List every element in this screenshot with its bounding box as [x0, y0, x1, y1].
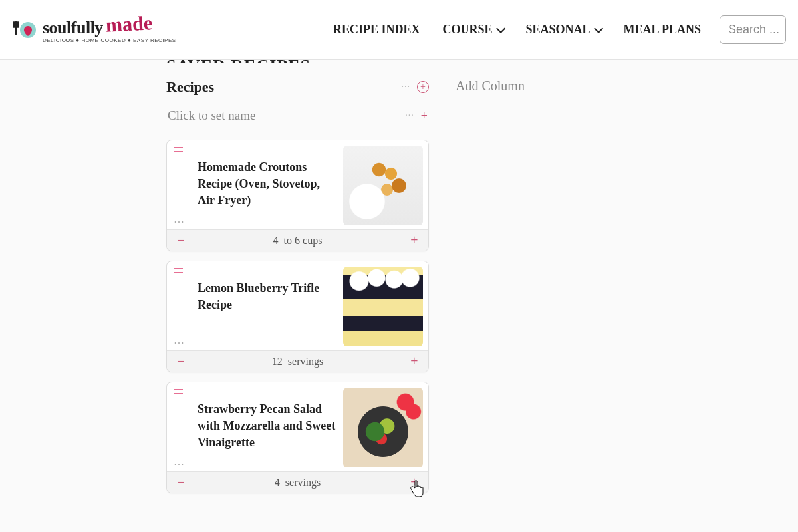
chevron-down-icon — [496, 23, 505, 33]
servings-unit: servings — [288, 356, 323, 367]
recipe-thumbnail[interactable] — [343, 388, 423, 467]
search-box[interactable] — [720, 15, 786, 44]
recipe-card[interactable]: Strawberry Pecan Salad with Mozzarella a… — [166, 382, 429, 493]
new-group-row: Click to set name ··· + — [166, 100, 429, 130]
decrease-servings-button[interactable]: − — [175, 233, 187, 248]
add-to-group-button[interactable]: + — [421, 109, 428, 123]
recipe-card-body: Homemade Croutons Recipe (Oven, Stovetop… — [167, 140, 428, 229]
increase-servings-button[interactable]: + — [408, 475, 420, 490]
drag-handle-icon[interactable] — [174, 147, 183, 152]
add-column-button[interactable]: Add Column — [456, 78, 525, 493]
column-menu-icon[interactable]: ··· — [402, 82, 411, 92]
recipe-card-body: Strawberry Pecan Salad with Mozzarella a… — [167, 382, 428, 471]
column-header: Recipes ··· + — [166, 78, 429, 100]
nav-seasonal[interactable]: SEASONAL — [525, 23, 600, 37]
column-title[interactable]: Recipes — [166, 78, 214, 96]
increase-servings-button[interactable]: + — [408, 233, 420, 248]
logo-icon — [12, 17, 39, 43]
servings-stepper: − 12 servings + — [167, 350, 428, 372]
site-header: soulfully made DELICIOUS ● HOME-COOKED ●… — [0, 0, 798, 60]
servings-number: 4 — [273, 235, 279, 246]
nav-seasonal-label: SEASONAL — [525, 23, 590, 37]
nav-meal-plans[interactable]: MEAL PLANS — [623, 23, 701, 37]
drag-handle-icon[interactable] — [174, 268, 183, 273]
servings-label: 4 to 6 cups — [273, 235, 323, 247]
card-menu-icon[interactable]: … — [174, 456, 185, 467]
recipe-card-title[interactable]: Strawberry Pecan Salad with Mozzarella a… — [198, 401, 338, 452]
logo-tagline: DELICIOUS ● HOME-COOKED ● EASY RECIPES — [43, 38, 176, 43]
decrease-servings-button[interactable]: − — [175, 475, 187, 490]
servings-stepper: − 4 servings + — [167, 471, 428, 493]
servings-label: 12 servings — [272, 356, 323, 368]
recipe-thumbnail[interactable] — [343, 146, 423, 225]
nav-course[interactable]: COURSE — [442, 23, 503, 37]
recipe-thumbnail[interactable] — [343, 267, 423, 346]
servings-number: 12 — [272, 356, 283, 367]
add-card-button[interactable]: + — [417, 81, 429, 93]
card-menu-icon[interactable]: … — [174, 213, 185, 225]
increase-servings-button[interactable]: + — [408, 354, 420, 369]
servings-stepper: − 4 to 6 cups + — [167, 229, 428, 251]
recipe-card-title[interactable]: Lemon Blueberry Trifle Recipe — [198, 280, 338, 313]
logo-word-2: made — [105, 13, 152, 35]
servings-number: 4 — [275, 477, 280, 488]
logo-text: soulfully made DELICIOUS ● HOME-COOKED ●… — [43, 17, 176, 43]
drag-handle-icon[interactable] — [174, 389, 183, 394]
group-name-input[interactable]: Click to set name — [168, 108, 255, 123]
site-logo[interactable]: soulfully made DELICIOUS ● HOME-COOKED ●… — [12, 17, 176, 43]
nav-recipe-index-label: RECIPE INDEX — [333, 23, 420, 37]
nav-recipe-index[interactable]: RECIPE INDEX — [333, 23, 420, 37]
nav-course-label: COURSE — [442, 23, 492, 37]
servings-label: 4 servings — [275, 477, 321, 489]
primary-nav: RECIPE INDEX COURSE SEASONAL MEAL PLANS — [333, 23, 701, 37]
recipe-card[interactable]: Lemon Blueberry Trifle Recipe … − 12 ser… — [166, 261, 429, 372]
nav-meal-plans-label: MEAL PLANS — [623, 23, 701, 37]
group-menu-icon[interactable]: ··· — [405, 110, 414, 121]
servings-unit: to 6 cups — [284, 235, 323, 246]
logo-word-1: soulfully — [43, 19, 103, 37]
recipe-card-title[interactable]: Homemade Croutons Recipe (Oven, Stovetop… — [198, 159, 338, 209]
recipe-card-body: Lemon Blueberry Trifle Recipe … — [167, 261, 428, 350]
search-input[interactable] — [728, 23, 786, 37]
decrease-servings-button[interactable]: − — [175, 354, 187, 369]
recipe-column: Recipes ··· + Click to set name ··· + — [166, 78, 429, 493]
card-menu-icon[interactable]: … — [174, 334, 185, 346]
chevron-down-icon — [595, 23, 604, 33]
servings-unit: servings — [285, 477, 321, 488]
recipe-card[interactable]: Homemade Croutons Recipe (Oven, Stovetop… — [166, 140, 429, 251]
